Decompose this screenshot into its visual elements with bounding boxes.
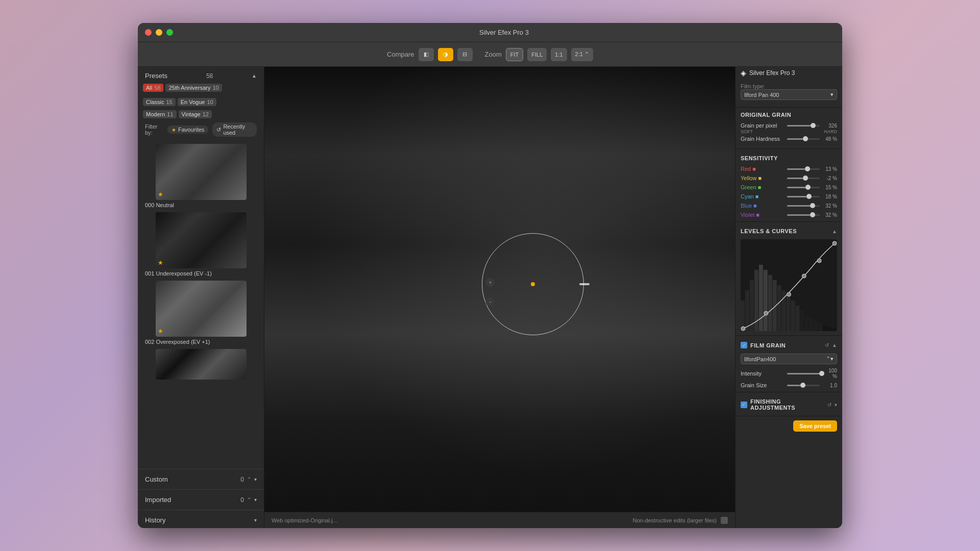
filter-modern[interactable]: Modern 11 xyxy=(143,110,177,118)
grain-per-pixel-thumb[interactable] xyxy=(811,123,816,128)
filter-25th[interactable]: 25th Anniversary 10 xyxy=(165,84,222,92)
custom-chevron-icon[interactable]: ⌃ xyxy=(247,477,251,482)
canvas-brighten-btn[interactable]: + xyxy=(485,278,495,287)
list-item[interactable]: ★ 002 Overexposed (EV +1) xyxy=(143,279,259,347)
yellow-track[interactable] xyxy=(787,178,820,179)
svg-rect-1 xyxy=(745,290,749,331)
svg-rect-17 xyxy=(818,323,822,331)
save-preset-button[interactable]: Save preset xyxy=(793,420,837,432)
divider xyxy=(138,469,264,469)
list-item[interactable]: ★ 000 Neutral xyxy=(143,142,259,210)
blue-thumb[interactable] xyxy=(810,203,815,208)
grain-type-select[interactable]: IlfordPan400 ⌃▾ xyxy=(741,354,837,364)
red-thumb[interactable] xyxy=(805,166,810,171)
preset-thumbnail: ★ xyxy=(156,144,247,200)
traffic-lights xyxy=(145,29,173,36)
grain-size-row: Grain Size 1.0 xyxy=(736,381,842,390)
grain-hardness-thumb[interactable] xyxy=(803,136,808,141)
film-type-label-row: Film type: xyxy=(736,81,842,89)
favourites-chip[interactable]: ★ Favourites xyxy=(167,126,208,134)
cyan-thumb[interactable] xyxy=(806,194,812,199)
compare-side-btn[interactable]: ⊟ xyxy=(457,48,473,61)
film-grain-collapse-icon[interactable]: ▲ xyxy=(832,342,837,348)
custom-expand-icon[interactable]: ▾ xyxy=(254,477,257,482)
imported-section[interactable]: Imported 0 ⌃ ▾ xyxy=(138,492,264,508)
presets-collapse-icon[interactable]: ▲ xyxy=(252,73,257,79)
intensity-track[interactable] xyxy=(787,373,820,374)
grain-size-thumb[interactable] xyxy=(800,383,805,388)
green-track[interactable] xyxy=(787,187,820,188)
zoom-fit-btn[interactable]: FIT xyxy=(506,48,524,61)
yellow-slider-row: Yellow ■ -2 % xyxy=(736,173,842,183)
film-type-select[interactable]: Ilford Pan 400 ▾ xyxy=(741,89,837,100)
red-track[interactable] xyxy=(787,168,820,170)
grain-hardness-label: Grain Hardness xyxy=(741,136,784,142)
filter-classic[interactable]: Classic 15 xyxy=(143,98,176,106)
imported-expand-icon[interactable]: ▾ xyxy=(254,497,257,503)
preset-thumbnail: ★ xyxy=(156,212,247,268)
yellow-thumb[interactable] xyxy=(803,176,808,181)
violet-track[interactable] xyxy=(787,214,820,216)
zoom-group: Zoom FIT FILL 1:1 2:1 ⌃ xyxy=(485,48,593,61)
violet-thumb[interactable] xyxy=(810,212,815,217)
cyan-fill xyxy=(787,196,806,197)
list-item[interactable] xyxy=(143,347,259,382)
svg-rect-19 xyxy=(827,327,831,331)
finishing-checkbox[interactable]: ✓ xyxy=(741,402,747,408)
blue-label: Blue ■ xyxy=(741,203,784,209)
history-label: History xyxy=(145,516,165,524)
canvas-area: + − Web optimized-Original.j... Non-dest… xyxy=(264,67,735,528)
filter-vintage[interactable]: Vintage 12 xyxy=(179,110,212,118)
canvas-darken-btn[interactable]: − xyxy=(485,297,495,307)
status-filename: Web optimized-Original.j... xyxy=(272,517,337,523)
finishing-reset-icon[interactable]: ↺ xyxy=(827,402,831,408)
red-fill xyxy=(787,168,805,170)
history-expand-icon[interactable]: ▾ xyxy=(254,517,257,523)
sensitivity-header: Sensitivity xyxy=(736,151,842,164)
app-logo-icon: ◈ xyxy=(741,69,746,77)
maximize-button[interactable] xyxy=(166,29,173,36)
svg-rect-11 xyxy=(791,300,795,331)
compare-before-btn[interactable]: ◧ xyxy=(419,48,434,61)
green-thumb[interactable] xyxy=(805,185,811,190)
grain-hardness-track[interactable] xyxy=(787,138,820,140)
blue-fill xyxy=(787,205,810,207)
grain-size-track[interactable] xyxy=(787,385,820,386)
svg-rect-18 xyxy=(823,326,827,331)
grain-hardness-fill xyxy=(787,138,803,140)
compare-split-btn[interactable]: ◑ xyxy=(438,48,453,61)
zoom-2to1-btn[interactable]: 2:1 ⌃ xyxy=(571,48,593,61)
filter-row-2: Classic 15 En Vogue 10 xyxy=(138,96,264,108)
filter-envogue[interactable]: En Vogue 10 xyxy=(178,98,216,106)
cyan-track[interactable] xyxy=(787,196,820,197)
close-button[interactable] xyxy=(145,29,152,36)
zoom-fill-btn[interactable]: FILL xyxy=(527,48,547,61)
photo-content xyxy=(264,67,735,512)
film-grain-checkbox[interactable]: ✓ xyxy=(741,342,747,348)
minimize-button[interactable] xyxy=(156,29,162,36)
filter-all[interactable]: All 58 xyxy=(143,84,163,92)
levels-curves-section: Levels & Curves ▲ xyxy=(736,222,842,336)
curves-canvas[interactable] xyxy=(741,239,837,331)
svg-rect-16 xyxy=(814,321,818,331)
film-grain-reset-icon[interactable]: ↺ xyxy=(825,342,829,348)
finishing-collapse-icon[interactable]: ▾ xyxy=(835,402,837,408)
curves-collapse-icon[interactable]: ▲ xyxy=(832,229,837,234)
imported-count: 0 xyxy=(240,496,244,504)
intensity-thumb[interactable] xyxy=(819,371,824,376)
sensitivity-title: Sensitivity xyxy=(741,155,778,161)
photo-background: + − xyxy=(264,67,735,512)
canvas-image[interactable]: + − xyxy=(264,67,735,512)
list-item[interactable]: ★ 001 Underexposed (EV -1) xyxy=(143,210,259,279)
zoom-1to1-btn[interactable]: 1:1 xyxy=(551,48,567,61)
history-section[interactable]: History ▾ xyxy=(138,512,264,528)
blue-track[interactable] xyxy=(787,205,820,207)
grain-per-pixel-track[interactable] xyxy=(787,125,820,127)
imported-chevron-icon[interactable]: ⌃ xyxy=(247,497,251,503)
original-grain-header: Original Grain xyxy=(736,108,842,121)
svg-rect-20 xyxy=(832,328,836,331)
custom-section[interactable]: Custom 0 ⌃ ▾ xyxy=(138,471,264,487)
compare-label: Compare xyxy=(387,51,414,58)
preset-name: 002 Overexposed (EV +1) xyxy=(143,339,259,345)
recently-used-chip[interactable]: ↺ Recently used xyxy=(212,122,257,137)
